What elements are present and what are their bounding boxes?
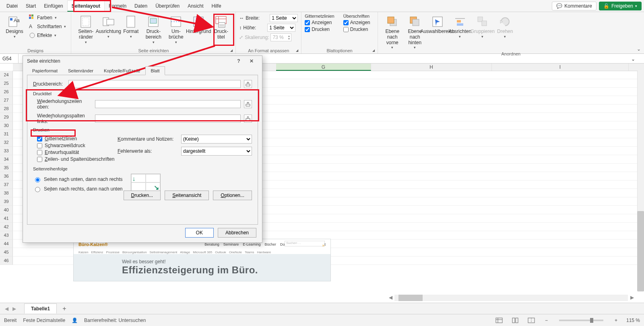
print-area-range-button[interactable] — [244, 80, 252, 88]
row-header-25[interactable]: 25 — [0, 79, 13, 88]
row-header-37[interactable]: 37 — [0, 180, 13, 189]
comments-button[interactable]: 💬 Kommentare — [552, 2, 597, 10]
tab-datei[interactable]: Datei — [2, 1, 22, 11]
breaks-button[interactable]: Um- brüche▾ — [165, 14, 187, 46]
chk-gridlines[interactable]: Gitternetzlinien — [37, 136, 118, 141]
row-header-30[interactable]: 30 — [0, 121, 13, 130]
dlg-tab-papierformat[interactable]: Papierformat — [27, 66, 63, 75]
view-page-layout-button[interactable] — [510, 317, 520, 324]
tab-daten[interactable]: Daten — [130, 1, 151, 11]
view-normal-button[interactable] — [494, 317, 504, 324]
margins-button[interactable]: Seiten- ränder▾ — [74, 14, 97, 46]
dialog-close-button[interactable]: ✕ — [245, 58, 258, 64]
align-button[interactable]: Ausrichten▾ — [449, 14, 471, 40]
zoom-out-button[interactable]: − — [543, 318, 550, 323]
print-area-button[interactable]: Druck- bereich▾ — [142, 14, 165, 46]
repeat-cols-range-button[interactable] — [244, 115, 252, 123]
tab-hilfe[interactable]: Hilfe — [208, 1, 225, 11]
page-setup-launcher[interactable]: ◢ — [229, 48, 234, 53]
formula-bar-expand[interactable]: ⌄ — [631, 56, 635, 62]
chk-bw[interactable]: Schwarzweißdruck — [37, 143, 118, 148]
hscroll-left[interactable]: ◀ — [387, 295, 394, 301]
row-header-34[interactable]: 34 — [0, 155, 13, 164]
bring-forward-button[interactable]: Ebene nach vorne▾ — [381, 14, 404, 51]
chk-headings[interactable]: Zeilen- und Spaltenüberschriften — [37, 156, 118, 162]
dialog-help-button[interactable]: ? — [232, 58, 245, 64]
repeat-rows-input[interactable] — [95, 100, 241, 108]
tab-ueberpruefen[interactable]: Überprüfen — [151, 1, 184, 11]
height-select[interactable]: 1 Seite — [267, 24, 295, 32]
row-header-38[interactable]: 38 — [0, 189, 13, 197]
orientation-button[interactable]: Ausrichtung▾ — [97, 14, 120, 40]
repeat-cols-input[interactable] — [95, 115, 241, 123]
dlg-cancel-button[interactable]: Abbrechen — [218, 228, 256, 238]
chk-draft[interactable]: Entwurfsqualität — [37, 150, 118, 155]
errors-select[interactable]: dargestellt — [181, 147, 252, 156]
row-header-41[interactable]: 41 — [0, 214, 13, 223]
hscroll-thumb[interactable] — [398, 295, 423, 301]
tab-seitenlayout[interactable]: Seitenlayout — [67, 0, 105, 12]
background-button[interactable]: Hintergrund — [187, 14, 210, 36]
size-button[interactable]: Format▾ — [120, 14, 142, 40]
row-header-33[interactable]: 33 — [0, 147, 13, 155]
tab-ansicht[interactable]: Ansicht — [184, 1, 207, 11]
dlg-tab-kopfzeile[interactable]: Kopfzeile/Fußzeile — [99, 66, 146, 75]
gridlines-print-chk[interactable]: Drucken — [305, 27, 334, 32]
horizontal-scrollbar[interactable]: ◀ ▶ — [394, 295, 628, 301]
col-header-i[interactable]: I — [492, 64, 629, 71]
row-header-28[interactable]: 28 — [0, 105, 13, 113]
row-header-26[interactable]: 26 — [0, 88, 13, 96]
dlg-ok-button[interactable]: OK — [185, 228, 214, 238]
sheet-add-button[interactable]: + — [57, 305, 72, 312]
dlg-tab-seitenraender[interactable]: Seitenränder — [63, 66, 99, 75]
colors-button[interactable]: Farben▾ — [27, 14, 68, 22]
dlg-preview-button[interactable]: Seitenansicht — [165, 191, 209, 200]
row-header-36[interactable]: 36 — [0, 172, 13, 180]
gridlines-view-chk[interactable]: Anzeigen — [305, 20, 334, 25]
name-box[interactable]: G54 — [0, 54, 19, 63]
print-titles-button[interactable]: Druck- titel — [210, 14, 232, 42]
sheet-tab-tabelle1[interactable]: Tabelle1 — [24, 303, 57, 314]
zoom-value[interactable]: 115 % — [626, 318, 640, 323]
vertical-scrollbar[interactable] — [637, 70, 644, 289]
row-header-32[interactable]: 32 — [0, 138, 13, 147]
scale-launcher[interactable]: ◢ — [295, 48, 299, 53]
sheet-nav-prev[interactable]: ◀ — [5, 306, 8, 312]
sheet-nav-next[interactable]: ▶ — [12, 306, 16, 312]
share-button[interactable]: 🔓 Freigeben ▾ — [599, 2, 642, 10]
width-select[interactable]: 1 Seite — [270, 14, 298, 22]
row-header-24[interactable]: 24 — [0, 71, 13, 79]
dlg-print-button[interactable]: Drucken... — [124, 191, 161, 200]
row-header-35[interactable]: 35 — [0, 164, 13, 172]
row-header-43[interactable]: 43 — [0, 231, 13, 240]
dlg-options-button[interactable]: Optionen... — [213, 191, 252, 200]
radio-right-then-down[interactable]: Seiten nach rechts, dann nach unten — [33, 186, 123, 192]
row-header-45[interactable]: 45 — [0, 248, 13, 256]
status-accessibility[interactable]: Barrierefreiheit: Untersuchen — [84, 318, 146, 323]
radio-down-then-right[interactable]: Seiten nach unten, dann nach rechts — [33, 176, 123, 182]
vertical-scrollbar-thumb[interactable] — [637, 211, 644, 291]
headings-view-chk[interactable]: Anzeigen — [343, 20, 370, 25]
row-header-40[interactable]: 40 — [0, 206, 13, 214]
zoom-slider[interactable] — [559, 320, 603, 321]
row-header-27[interactable]: 27 — [0, 96, 13, 105]
themes-button[interactable]: Aa Designs ▾ — [3, 14, 26, 40]
effects-button[interactable]: Effekte▾ — [27, 31, 68, 39]
dlg-tab-blatt[interactable]: Blatt — [145, 66, 165, 75]
view-page-break-button[interactable] — [526, 317, 536, 324]
tab-start[interactable]: Start — [22, 1, 40, 11]
headings-print-chk[interactable]: Drucken — [343, 27, 370, 32]
row-header-46[interactable]: 46 — [0, 256, 13, 265]
col-header-g[interactable]: G — [276, 64, 371, 71]
row-header-31[interactable]: 31 — [0, 130, 13, 138]
row-header-42[interactable]: 42 — [0, 223, 13, 231]
row-header-44[interactable]: 44 — [0, 240, 13, 248]
tab-formeln[interactable]: Formeln — [105, 1, 130, 11]
ribbon-collapse-button[interactable]: ⌄ — [637, 46, 641, 52]
col-header-h[interactable]: H — [371, 64, 492, 71]
fonts-button[interactable]: A Schriftarten▾ — [27, 23, 68, 31]
zoom-in-button[interactable]: + — [612, 318, 620, 323]
row-header-29[interactable]: 29 — [0, 113, 13, 121]
selection-pane-button[interactable]: Auswahlbereich — [426, 14, 449, 36]
sheet-options-launcher[interactable]: ◢ — [371, 48, 376, 53]
